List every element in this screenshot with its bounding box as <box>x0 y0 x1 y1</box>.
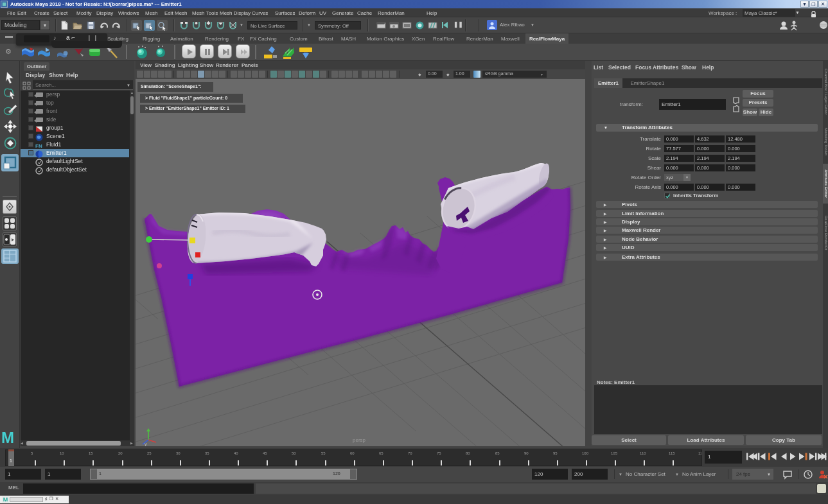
svg-text:y: y <box>145 442 147 446</box>
svg-text:FN: FN <box>35 143 42 149</box>
